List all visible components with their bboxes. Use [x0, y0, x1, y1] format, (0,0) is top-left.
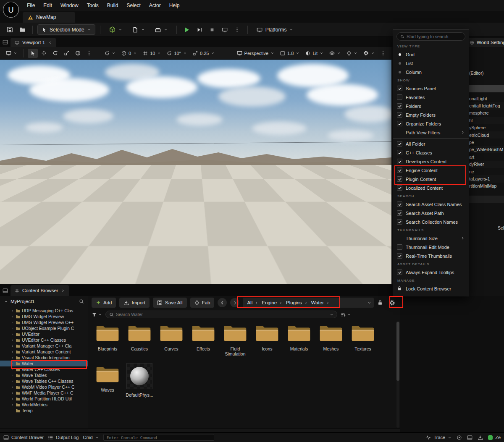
menu-item[interactable]: Real-Time Thumbnails — [393, 251, 469, 260]
forward-button[interactable] — [230, 298, 239, 307]
trace-dropdown[interactable]: Trace — [425, 435, 452, 440]
viewport-kebab-icon[interactable] — [378, 49, 388, 58]
menu-item[interactable]: Sources Panel — [393, 84, 469, 93]
perspective-dropdown[interactable]: Perspective — [234, 49, 277, 58]
output-log-button[interactable]: Output Log — [48, 435, 79, 440]
close-icon[interactable] — [48, 41, 52, 44]
import-button[interactable]: Import — [119, 298, 150, 308]
outliner-selected-row[interactable] — [468, 85, 504, 92]
tree-item[interactable]: WebM Video Player C++ C — [0, 384, 88, 390]
breadcrumb-item[interactable]: All — [245, 300, 260, 305]
viewport-options-dropdown[interactable] — [3, 49, 20, 58]
select-tool-button[interactable] — [28, 49, 38, 58]
folder-tile[interactable]: Waves — [92, 362, 123, 392]
asset-search-input[interactable] — [116, 312, 328, 317]
launch-button[interactable] — [219, 24, 230, 35]
tree-item[interactable]: UMG Widget Preview — [0, 314, 88, 319]
menu-item[interactable]: Window — [56, 0, 83, 11]
menu-item[interactable]: Thumbnail Edit Mode — [393, 243, 469, 251]
outliner-item-fragment[interactable]: art — [469, 153, 504, 160]
menu-item[interactable]: Organize Folders — [393, 119, 469, 128]
tree-item[interactable]: Variant Manager C++ Cla — [0, 343, 88, 349]
menu-search-input[interactable] — [407, 34, 462, 39]
breadcrumb-item[interactable]: Plugins — [284, 300, 310, 305]
menu-item[interactable]: Engine Content — [393, 166, 469, 175]
folder-tile[interactable]: Curves — [155, 321, 187, 351]
transform-kebab-icon[interactable] — [84, 49, 94, 58]
path-history-chevron-icon[interactable] — [368, 301, 371, 305]
console-command-input[interactable] — [107, 435, 211, 440]
dock-icon[interactable] — [3, 288, 8, 293]
content-browser-settings-gear-icon[interactable] — [389, 300, 395, 306]
folder-tile[interactable]: Caustics — [123, 321, 155, 351]
outliner-item-fragment[interactable]: onalLight — [469, 95, 504, 102]
outliner-item-fragment[interactable]: etricCloud — [469, 131, 504, 139]
menu-item[interactable]: Path View Filters — [393, 128, 469, 137]
vertical-scrollbar[interactable] — [396, 321, 399, 428]
zen-server-indicator[interactable]: Ze — [488, 435, 501, 440]
menu-item[interactable]: Favorites — [393, 93, 469, 102]
cmd-dropdown[interactable]: Cmd — [83, 435, 99, 440]
menu-item[interactable]: Developers Content — [393, 157, 469, 166]
outliner-item-fragment[interactable]: rtitionMiniMap — [469, 183, 504, 190]
menu-search-box[interactable] — [396, 32, 465, 41]
menu-item[interactable]: C++ Classes — [393, 148, 469, 157]
menu-item[interactable]: Plugin Content — [393, 175, 469, 183]
menu-item[interactable]: Search Asset Class Names — [393, 200, 469, 209]
outliner-item-fragment[interactable]: taLayers-1 — [469, 175, 504, 182]
tree-item[interactable]: UDP Messaging C++ Clas — [0, 308, 88, 314]
menu-item[interactable]: Search Collection Names — [393, 217, 469, 226]
editor-mode-dropdown[interactable]: Selection Mode — [37, 24, 95, 35]
tree-item[interactable]: UObject Example Plugin C — [0, 325, 88, 331]
menu-item[interactable]: Tools — [83, 0, 103, 11]
rotate-tool-button[interactable] — [50, 49, 60, 58]
dock-icon[interactable] — [3, 39, 8, 45]
viewport-scene[interactable]: z x — [0, 60, 391, 284]
viewport-tab[interactable]: Viewport 1 — [10, 38, 56, 47]
surface-snap-dropdown[interactable]: 0 — [119, 49, 139, 58]
scale-tool-button[interactable] — [61, 49, 72, 58]
tree-item[interactable]: UVEditor C++ Classes — [0, 337, 88, 343]
sources-root-row[interactable]: MyProject1 — [0, 296, 88, 307]
outliner-item-fragment[interactable]: ht — [469, 117, 504, 124]
snap-toggle-dropdown[interactable] — [102, 49, 118, 58]
back-button[interactable] — [218, 298, 227, 307]
view-mode-dropdown[interactable]: Lit — [303, 49, 326, 58]
grid-snap-dropdown[interactable]: 10 — [140, 49, 163, 58]
fab-button[interactable]: Fab — [190, 298, 215, 308]
close-icon[interactable] — [61, 289, 65, 293]
tree-item[interactable]: Water C++ Classes — [0, 366, 88, 372]
asset-search-box[interactable] — [105, 311, 337, 318]
tree-item[interactable]: UVEditor — [0, 331, 88, 337]
outliner-item-fragment[interactable]: entialHeightFog — [469, 102, 504, 109]
console-command-box[interactable] — [103, 434, 214, 441]
tree-item[interactable]: Temp — [0, 408, 88, 413]
tree-item[interactable]: WorldMetrics — [0, 402, 88, 408]
unreal-engine-logo[interactable]: U — [3, 1, 19, 18]
sort-dropdown[interactable] — [341, 312, 351, 317]
outliner-item-fragment[interactable]: mosphere — [469, 110, 504, 117]
outliner-item-fragment[interactable]: dyRiver — [469, 161, 504, 168]
add-content-dropdown[interactable] — [105, 24, 126, 35]
menu-item[interactable]: Lock Content Browser — [393, 284, 469, 293]
cinematics-dropdown[interactable] — [151, 24, 172, 35]
menu-item[interactable]: Always Expand Tooltips — [393, 268, 469, 277]
browse-content-button[interactable] — [17, 24, 28, 35]
viewport-settings-dropdown[interactable] — [361, 49, 377, 58]
tree-item[interactable]: Variant Manager Content — [0, 349, 88, 355]
folder-tile[interactable]: Icons — [251, 321, 283, 351]
menu-item[interactable]: Localized Content — [393, 183, 469, 192]
outliner-item-fragment[interactable]: ySphere — [469, 124, 504, 131]
platforms-dropdown[interactable]: Platforms — [252, 24, 298, 35]
frame-skip-button[interactable] — [194, 24, 205, 35]
outliner-item-fragment[interactable]: pe — [469, 139, 504, 146]
scrollbar-thumb[interactable] — [396, 322, 399, 381]
search-icon[interactable] — [79, 299, 84, 304]
add-button[interactable]: Add — [92, 298, 116, 308]
menu-item[interactable]: Thumbnail Size — [393, 234, 469, 243]
folder-tile[interactable]: Meshes — [315, 321, 347, 351]
menu-item[interactable]: Folders — [393, 102, 469, 110]
tree-item[interactable]: Wave Tables C++ Classes — [0, 378, 88, 384]
level-tab[interactable]: NewMap — [23, 12, 75, 23]
breadcrumb-item[interactable]: Engine — [260, 300, 284, 305]
